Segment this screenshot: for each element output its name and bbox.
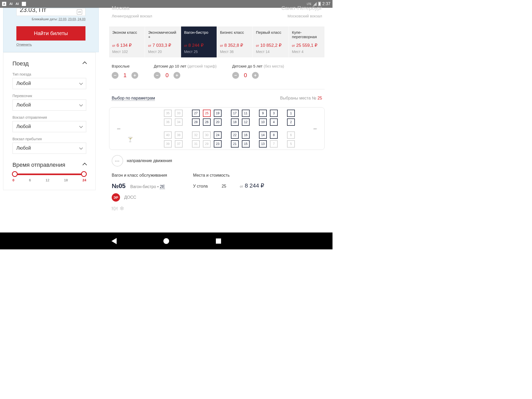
train-type-label: Тип поезда [12, 72, 86, 76]
seat-11[interactable]: 11 [242, 110, 250, 117]
class-code-link[interactable]: 2Е [160, 184, 165, 189]
seat-12[interactable]: 12 [242, 118, 250, 126]
class-tab-4[interactable]: Первый классот 10 852,2 ₽Мест 14 [253, 26, 289, 57]
nav-back-button[interactable] [111, 238, 117, 244]
sd-icon [22, 2, 26, 6]
seat-9[interactable]: 9 [259, 110, 267, 117]
date-link-1[interactable]: 23.03 [68, 17, 76, 21]
from-station: Ленинградский вокзал [112, 14, 152, 18]
seat-28[interactable]: 28 [192, 118, 200, 126]
child10-count: 0 [165, 72, 169, 79]
ai-icon-2: AI [16, 2, 19, 6]
seat-15[interactable]: 15 [242, 140, 250, 148]
child5-minus[interactable]: − [232, 72, 239, 79]
seat-24[interactable]: 24 [214, 131, 222, 139]
seat-18[interactable]: 18 [231, 118, 239, 126]
filters-panel: Поезд Тип поезда Любой Перевозчик Любой … [3, 52, 96, 190]
seat-31: 31 [192, 140, 200, 148]
class-tab-5[interactable]: Купе-переговорнаяот 25 559,1 ₽Мест 4 [289, 26, 325, 57]
seat-33: 33 [175, 110, 183, 117]
seat-35: 35 [164, 110, 172, 117]
to-station: Московский вокзал [281, 14, 322, 18]
chevron-down-icon [79, 124, 83, 128]
chevron-down-icon [79, 103, 83, 106]
class-tab-3[interactable]: Бизнес классот 8 352,8 ₽Мест 36 [217, 26, 253, 57]
seat-13[interactable]: 13 [259, 140, 267, 148]
car-diagram: 35363334272825261920171811129103412 ▸▸▸ … [109, 107, 325, 150]
seat-29: 29 [203, 140, 211, 148]
search-panel: 23.03, Пт 23 Ближайшие даты: 22.03, 23.0… [3, 8, 99, 52]
seat-1[interactable]: 1 [287, 110, 295, 117]
cost-seat: 25 [222, 184, 229, 189]
direction-label: направление движения [127, 158, 172, 163]
cancel-link[interactable]: Отменить [16, 43, 32, 46]
seat-3[interactable]: 3 [270, 110, 278, 117]
route-header: Москва Ленинградский вокзал Санкт-Петерб… [109, 8, 325, 21]
seat-8[interactable]: 8 [270, 131, 278, 139]
ai-icon-1: AI [9, 2, 12, 6]
arr-station-select[interactable]: Любой [12, 143, 86, 154]
time-slider[interactable] [14, 174, 85, 175]
child10-plus[interactable]: + [174, 72, 180, 79]
lte-indicator: LTE [307, 3, 311, 5]
chevron-up-icon [83, 163, 87, 167]
nav-recent-button[interactable] [216, 238, 221, 244]
nav-home-button[interactable] [163, 238, 169, 244]
seat-2[interactable]: 2 [287, 118, 295, 126]
train-section-title[interactable]: Поезд [12, 60, 86, 67]
search-button[interactable]: Найти билеты [16, 26, 85, 41]
car-number: №05 [112, 182, 125, 190]
chevron-up-icon [83, 62, 87, 66]
seat-20[interactable]: 20 [214, 118, 222, 126]
adults-minus[interactable]: − [112, 72, 118, 79]
er-badge: ЭР [112, 193, 120, 202]
seat-4[interactable]: 4 [270, 118, 278, 126]
seat-38: 38 [175, 131, 183, 139]
date-input[interactable]: 23.03, Пт 23 [16, 8, 85, 16]
train-type-select[interactable]: Любой [12, 78, 86, 89]
car-info-col: Вагон и класс обслуживания №05 Вагон-бис… [112, 173, 167, 212]
seat-23[interactable]: 23 [214, 140, 222, 148]
calendar-icon: 23 [77, 9, 82, 15]
slider-handle-max[interactable] [81, 171, 87, 177]
seat-25[interactable]: 25 [203, 110, 211, 117]
seat-32: 32 [192, 131, 200, 139]
seat-22[interactable]: 22 [231, 131, 239, 139]
date-link-0[interactable]: 22.03 [59, 17, 66, 21]
cost-price: от 8 244 ₽ [240, 182, 264, 189]
to-city: Санкт-Петербург [281, 5, 322, 11]
dep-station-select[interactable]: Любой [12, 121, 86, 132]
selected-seats-label: Выбраны места № 25 [280, 96, 322, 101]
direction-arrow-icon: ▸▸▸ [314, 127, 317, 130]
child10-minus[interactable]: − [154, 72, 161, 79]
seat-34: 34 [175, 118, 183, 126]
carrier-label: Перевозчик [12, 94, 86, 98]
class-tab-0[interactable]: Эконом классот 6 134 ₽Мест 102 [109, 26, 145, 57]
seat-7: 7 [270, 140, 278, 148]
seat-21[interactable]: 21 [231, 140, 239, 148]
seat-14[interactable]: 14 [259, 131, 267, 139]
seat-40: 40 [164, 131, 172, 139]
seat-17[interactable]: 17 [231, 110, 239, 117]
adults-plus[interactable]: + [131, 72, 138, 79]
seat-39: 39 [164, 140, 172, 148]
child5-plus[interactable]: + [252, 72, 259, 79]
class-tab-1[interactable]: Экономический +от 7 033,3 ₽Мест 20 [145, 26, 181, 57]
date-link-2[interactable]: 24.03 [78, 17, 85, 21]
seat-16[interactable]: 16 [242, 131, 250, 139]
time-section-title[interactable]: Время отправления [12, 162, 86, 168]
bistro-icon: 🍸 [120, 137, 141, 142]
pax-adults: Взрослые − 1 + [112, 64, 138, 79]
seat-10[interactable]: 10 [259, 118, 267, 126]
seat-36: 36 [164, 118, 172, 126]
date-value: 23.03, Пт [20, 8, 46, 14]
seat-27[interactable]: 27 [192, 110, 200, 117]
seat-26[interactable]: 26 [203, 118, 211, 126]
seat-19[interactable]: 19 [214, 110, 222, 117]
params-link[interactable]: Выбор по параметрам [112, 96, 155, 101]
slider-handle-min[interactable] [12, 171, 18, 177]
carrier-select[interactable]: Любой [12, 99, 86, 111]
class-tab-2[interactable]: Вагон-бистроот 8 244 ₽Мест 25 [181, 26, 217, 57]
child5-count: 0 [244, 72, 247, 79]
seat-5: 5 [287, 140, 295, 148]
